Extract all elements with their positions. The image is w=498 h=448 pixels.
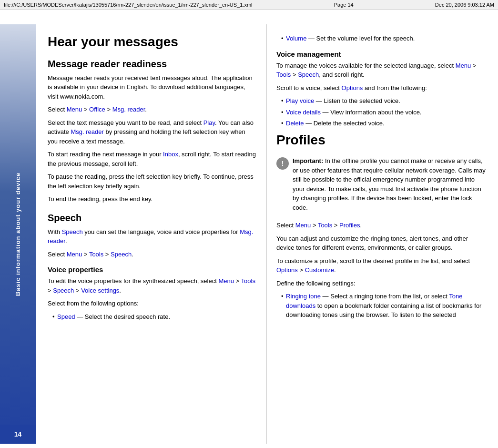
voicedetails-text: — View information about the voice.	[321, 109, 422, 116]
important-icon: !	[276, 157, 289, 170]
section1-body2-para: Select the text message you want to be r…	[48, 118, 257, 146]
voicemgmt-body2-pre: Scroll to a voice, select	[276, 84, 342, 92]
voicemgmt-body1-end: , and scroll right.	[319, 71, 364, 78]
section3-voicesettings-link[interactable]: Voice settings	[81, 287, 119, 294]
section2-body1-mid: you can set the language, voice and voic…	[83, 228, 240, 235]
section1-play-link[interactable]: Play	[203, 119, 215, 126]
section1-inbox-link[interactable]: Inbox	[163, 151, 178, 158]
section3-list: Speed — Select the desired speech rate.	[48, 312, 257, 322]
section1-select1-para: Select Menu > Office > Msg. reader.	[48, 105, 257, 114]
voicemgmt-tools-link[interactable]: Tools	[276, 71, 291, 78]
filepath-label: file:///C:/USERS/MODEServer/lkatajis/130…	[4, 2, 253, 8]
section1-msgreader-link[interactable]: Msg. reader	[112, 106, 145, 113]
page-number-box: 14	[0, 425, 36, 444]
section3-heading: Voice properties	[48, 265, 257, 274]
ringing-text: — Select a ringing tone from the list, o…	[321, 293, 449, 300]
list-item-volume: Volume — Set the volume level for the sp…	[281, 34, 486, 43]
ringing-link[interactable]: Ringing tone	[286, 293, 321, 300]
volume-text: — Set the volume level for the speech.	[306, 35, 415, 42]
profiles-dot2: .	[334, 266, 336, 274]
voicemgmt-body2-para: Scroll to a voice, select Options and fr…	[276, 83, 486, 93]
section1-menu-link[interactable]: Menu	[67, 106, 82, 113]
section3-dot: .	[119, 287, 121, 294]
section1-body3-pre: To start reading the next message in you…	[48, 151, 163, 158]
main-heading: Hear your messages	[48, 34, 257, 50]
ringing-text2: to open a bookmark folder containing a l…	[286, 302, 481, 319]
page-number: 14	[14, 430, 22, 438]
section1-body2-pre: Select the text message you want to be r…	[48, 119, 203, 126]
list-item-delete: Delete — Delete the selected voice.	[281, 119, 486, 128]
section2-gt2: >	[103, 251, 111, 258]
voicemgmt-gt2: >	[291, 71, 298, 78]
section1-heading: Message reader readiness	[48, 59, 257, 70]
section2-body1-para: With Speech you can set the language, vo…	[48, 227, 257, 246]
section2-menu-link[interactable]: Menu	[67, 251, 82, 258]
voicemgmt-list: Play voice — Listen to the selected voic…	[276, 96, 486, 128]
voicemgmt-body1-pre: To manage the voices available for the s…	[276, 62, 456, 69]
section2-select-text: Select	[48, 251, 67, 258]
section2-dot: .	[132, 251, 133, 258]
profiles-customize-link[interactable]: Customize	[305, 266, 334, 274]
voicedetails-link[interactable]: Voice details	[286, 109, 321, 116]
section2-speech-link[interactable]: Speech	[62, 228, 83, 235]
voicemgmt-menu-link[interactable]: Menu	[456, 62, 471, 69]
section1-body1: Message reader reads your received text …	[48, 73, 257, 102]
section3-body1-para: To edit the voice properties for the syn…	[48, 276, 257, 295]
profiles-gt2: >	[332, 222, 339, 229]
sidebar: Basic information about your device 14	[0, 24, 36, 444]
section1-dot: .	[145, 106, 147, 113]
profiles-list: Ringing tone — Select a ringing tone fro…	[276, 292, 486, 320]
profiles-heading: Profiles	[276, 132, 486, 148]
profiles-gt3: >	[298, 266, 305, 274]
voicemgmt-gt1: >	[471, 62, 476, 69]
profiles-options-link[interactable]: Options	[276, 266, 298, 274]
volume-link[interactable]: Volume	[286, 35, 306, 42]
section1-office-link[interactable]: Office	[89, 106, 105, 113]
section3-gt3: >	[74, 287, 81, 294]
section3-speech-link[interactable]: Speech	[53, 287, 74, 294]
section3-gt2: >	[48, 287, 53, 294]
section3-body2: Select from the following options:	[48, 299, 257, 308]
section2-heading: Speech	[48, 213, 257, 224]
section1-body4: To pause the reading, press the left sel…	[48, 172, 257, 191]
section2-body1-end: .	[65, 237, 67, 244]
profiles-tools-link[interactable]: Tools	[318, 222, 332, 229]
right-column: Volume — Set the volume level for the sp…	[267, 24, 498, 444]
top-bar: file:///C:/USERS/MODEServer/lkatajis/130…	[0, 0, 498, 10]
section3-tools-link[interactable]: Tools	[241, 277, 255, 285]
list-item-ringing: Ringing tone — Select a ringing tone fro…	[281, 292, 486, 320]
section1-body5: To end the reading, press the end key.	[48, 194, 257, 204]
voicemgmt-heading: Voice management	[276, 50, 486, 58]
profiles-select-pre: Select	[276, 222, 295, 229]
volume-list: Volume — Set the volume level for the sp…	[276, 34, 486, 43]
section2-gt1: >	[82, 251, 89, 258]
delete-link[interactable]: Delete	[286, 120, 304, 127]
list-item-voicedetails: Voice details — View information about t…	[281, 108, 486, 117]
section2-body1-pre: With	[48, 228, 62, 235]
section2-speech2-link[interactable]: Speech	[111, 251, 132, 258]
left-column: Hear your messages Message reader readin…	[36, 24, 267, 444]
voicemgmt-options-link[interactable]: Options	[342, 84, 363, 92]
voicemgmt-body1-para: To manage the voices available for the s…	[276, 61, 486, 80]
profiles-menu-link[interactable]: Menu	[295, 222, 311, 229]
date-label: Dec 20, 2006 9:03:12 AM	[435, 2, 494, 8]
section1-body3-para: To start reading the next message in you…	[48, 150, 257, 168]
voicemgmt-body2-end: and from the following:	[363, 84, 427, 92]
section1-msgreader2-link[interactable]: Msg. reader	[71, 128, 103, 135]
playvoice-link[interactable]: Play voice	[286, 97, 314, 104]
profiles-dot: .	[360, 222, 362, 229]
profiles-body2: You can adjust and customize the ringing…	[276, 234, 486, 253]
profiles-body4: Define the following settings:	[276, 279, 486, 288]
profiles-profiles-link[interactable]: Profiles	[339, 222, 360, 229]
important-label: Important:	[293, 157, 323, 164]
section1-select1-text: Select	[48, 106, 67, 113]
list-item-speed: Speed — Select the desired speech rate.	[52, 312, 257, 322]
section1-gt1: >	[82, 106, 89, 113]
section3-menu-link[interactable]: Menu	[218, 277, 234, 285]
playvoice-text: — Listen to the selected voice.	[314, 97, 400, 104]
voicemgmt-speech-link[interactable]: Speech	[298, 71, 319, 78]
speed-link[interactable]: Speed	[57, 313, 75, 320]
section2-tools-link[interactable]: Tools	[89, 251, 103, 258]
section3-body1-pre: To edit the voice properties for the syn…	[48, 277, 218, 285]
section3-gt1: >	[234, 277, 241, 285]
